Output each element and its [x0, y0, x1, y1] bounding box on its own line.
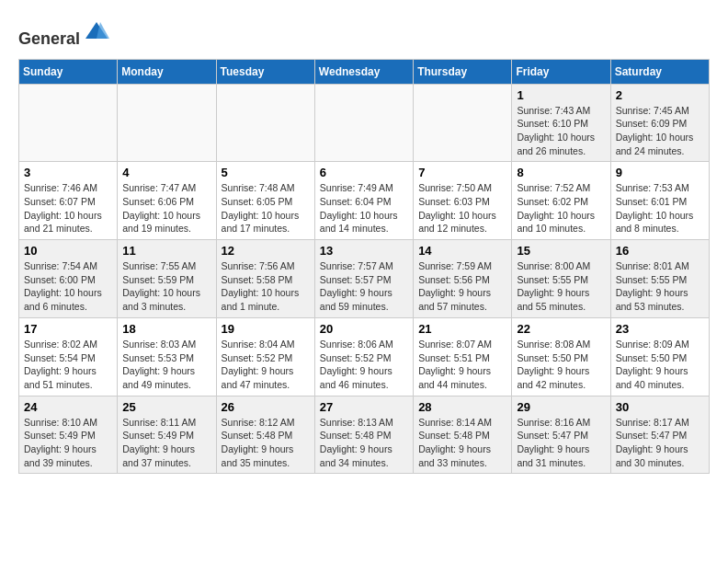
day-number: 17	[24, 322, 112, 336]
day-number: 30	[616, 400, 704, 414]
calendar-day-cell: 8Sunrise: 7:52 AM Sunset: 6:02 PM Daylig…	[512, 162, 610, 240]
calendar-day-cell: 15Sunrise: 8:00 AM Sunset: 5:55 PM Dayli…	[512, 240, 610, 318]
calendar-day-cell: 11Sunrise: 7:55 AM Sunset: 5:59 PM Dayli…	[118, 240, 216, 318]
day-info: Sunrise: 8:14 AM Sunset: 5:48 PM Dayligh…	[418, 416, 506, 470]
day-number: 8	[517, 166, 605, 179]
weekday-header-saturday: Saturday	[610, 59, 709, 84]
day-info: Sunrise: 8:17 AM Sunset: 5:47 PM Dayligh…	[616, 416, 704, 470]
day-info: Sunrise: 8:02 AM Sunset: 5:54 PM Dayligh…	[24, 338, 112, 392]
day-info: Sunrise: 7:52 AM Sunset: 6:02 PM Dayligh…	[517, 181, 605, 236]
logo-general: General	[18, 29, 80, 48]
day-info: Sunrise: 7:49 AM Sunset: 6:04 PM Dayligh…	[320, 181, 408, 236]
day-number: 10	[24, 244, 112, 258]
calendar-day-cell: 13Sunrise: 7:57 AM Sunset: 5:57 PM Dayli…	[314, 240, 413, 318]
logo: General	[18, 18, 109, 50]
calendar-week-row: 24Sunrise: 8:10 AM Sunset: 5:49 PM Dayli…	[19, 396, 710, 474]
calendar-day-cell	[19, 84, 118, 162]
day-number: 29	[517, 400, 605, 414]
day-number: 24	[24, 400, 112, 414]
day-info: Sunrise: 7:45 AM Sunset: 6:09 PM Dayligh…	[616, 104, 704, 158]
day-info: Sunrise: 8:01 AM Sunset: 5:55 PM Dayligh…	[616, 259, 704, 314]
page-header: General	[18, 18, 710, 50]
calendar-week-row: 3Sunrise: 7:46 AM Sunset: 6:07 PM Daylig…	[19, 162, 710, 240]
day-number: 2	[616, 88, 704, 102]
calendar-day-cell: 4Sunrise: 7:47 AM Sunset: 6:06 PM Daylig…	[118, 162, 216, 240]
day-info: Sunrise: 8:13 AM Sunset: 5:48 PM Dayligh…	[320, 416, 408, 470]
day-info: Sunrise: 7:55 AM Sunset: 5:59 PM Dayligh…	[122, 259, 210, 314]
day-number: 13	[320, 244, 408, 258]
day-info: Sunrise: 8:11 AM Sunset: 5:49 PM Dayligh…	[122, 416, 210, 470]
weekday-header-wednesday: Wednesday	[314, 59, 413, 84]
day-number: 11	[122, 244, 210, 258]
calendar-day-cell	[314, 84, 413, 162]
day-number: 9	[616, 166, 704, 179]
calendar-day-cell: 24Sunrise: 8:10 AM Sunset: 5:49 PM Dayli…	[19, 396, 118, 474]
calendar-day-cell: 14Sunrise: 7:59 AM Sunset: 5:56 PM Dayli…	[414, 240, 512, 318]
calendar-day-cell: 19Sunrise: 8:04 AM Sunset: 5:52 PM Dayli…	[216, 317, 314, 396]
day-number: 25	[122, 400, 210, 414]
day-number: 19	[222, 322, 310, 336]
calendar-day-cell: 27Sunrise: 8:13 AM Sunset: 5:48 PM Dayli…	[314, 396, 413, 474]
logo-icon	[84, 18, 109, 44]
day-info: Sunrise: 8:09 AM Sunset: 5:50 PM Dayligh…	[616, 338, 704, 392]
calendar-day-cell: 29Sunrise: 8:16 AM Sunset: 5:47 PM Dayli…	[512, 396, 610, 474]
calendar-day-cell: 9Sunrise: 7:53 AM Sunset: 6:01 PM Daylig…	[610, 162, 709, 240]
calendar-week-row: 1Sunrise: 7:43 AM Sunset: 6:10 PM Daylig…	[19, 84, 710, 162]
calendar-day-cell: 2Sunrise: 7:45 AM Sunset: 6:09 PM Daylig…	[610, 84, 709, 162]
calendar-day-cell	[414, 84, 512, 162]
weekday-header-friday: Friday	[512, 59, 610, 84]
calendar-day-cell: 3Sunrise: 7:46 AM Sunset: 6:07 PM Daylig…	[19, 162, 118, 240]
day-number: 20	[320, 322, 408, 336]
day-number: 18	[122, 322, 210, 336]
calendar-day-cell: 20Sunrise: 8:06 AM Sunset: 5:52 PM Dayli…	[314, 317, 413, 396]
calendar-day-cell: 5Sunrise: 7:48 AM Sunset: 6:05 PM Daylig…	[216, 162, 314, 240]
day-number: 6	[320, 166, 408, 179]
day-info: Sunrise: 7:54 AM Sunset: 6:00 PM Dayligh…	[24, 259, 112, 314]
calendar-day-cell: 18Sunrise: 8:03 AM Sunset: 5:53 PM Dayli…	[118, 317, 216, 396]
day-number: 21	[418, 322, 506, 336]
day-number: 7	[418, 166, 506, 179]
day-info: Sunrise: 7:53 AM Sunset: 6:01 PM Dayligh…	[616, 181, 704, 236]
day-info: Sunrise: 8:03 AM Sunset: 5:53 PM Dayligh…	[122, 338, 210, 392]
day-info: Sunrise: 8:16 AM Sunset: 5:47 PM Dayligh…	[517, 416, 605, 470]
day-number: 16	[616, 244, 704, 258]
weekday-header-thursday: Thursday	[414, 59, 512, 84]
svg-marker-1	[97, 22, 109, 39]
day-info: Sunrise: 7:46 AM Sunset: 6:07 PM Dayligh…	[24, 181, 112, 236]
day-info: Sunrise: 7:47 AM Sunset: 6:06 PM Dayligh…	[122, 181, 210, 236]
day-number: 28	[418, 400, 506, 414]
day-number: 26	[222, 400, 310, 414]
day-info: Sunrise: 7:48 AM Sunset: 6:05 PM Dayligh…	[222, 181, 310, 236]
calendar-day-cell: 17Sunrise: 8:02 AM Sunset: 5:54 PM Dayli…	[19, 317, 118, 396]
day-info: Sunrise: 7:43 AM Sunset: 6:10 PM Dayligh…	[517, 104, 605, 158]
calendar-day-cell: 21Sunrise: 8:07 AM Sunset: 5:51 PM Dayli…	[414, 317, 512, 396]
day-info: Sunrise: 8:12 AM Sunset: 5:48 PM Dayligh…	[222, 416, 310, 470]
day-number: 23	[616, 322, 704, 336]
day-number: 1	[517, 88, 605, 102]
calendar-week-row: 17Sunrise: 8:02 AM Sunset: 5:54 PM Dayli…	[19, 317, 710, 396]
day-number: 15	[517, 244, 605, 258]
day-info: Sunrise: 8:04 AM Sunset: 5:52 PM Dayligh…	[222, 338, 310, 392]
day-number: 12	[222, 244, 310, 258]
calendar-day-cell: 22Sunrise: 8:08 AM Sunset: 5:50 PM Dayli…	[512, 317, 610, 396]
calendar-day-cell	[216, 84, 314, 162]
calendar-day-cell	[118, 84, 216, 162]
weekday-header-monday: Monday	[118, 59, 216, 84]
day-info: Sunrise: 8:07 AM Sunset: 5:51 PM Dayligh…	[418, 338, 506, 392]
calendar-day-cell: 6Sunrise: 7:49 AM Sunset: 6:04 PM Daylig…	[314, 162, 413, 240]
calendar-table: SundayMondayTuesdayWednesdayThursdayFrid…	[18, 59, 710, 475]
day-info: Sunrise: 8:08 AM Sunset: 5:50 PM Dayligh…	[517, 338, 605, 392]
day-number: 27	[320, 400, 408, 414]
day-info: Sunrise: 7:57 AM Sunset: 5:57 PM Dayligh…	[320, 259, 408, 314]
calendar-day-cell: 28Sunrise: 8:14 AM Sunset: 5:48 PM Dayli…	[414, 396, 512, 474]
calendar-day-cell: 7Sunrise: 7:50 AM Sunset: 6:03 PM Daylig…	[414, 162, 512, 240]
calendar-header-row: SundayMondayTuesdayWednesdayThursdayFrid…	[19, 59, 710, 84]
calendar-day-cell: 10Sunrise: 7:54 AM Sunset: 6:00 PM Dayli…	[19, 240, 118, 318]
day-number: 22	[517, 322, 605, 336]
day-number: 4	[122, 166, 210, 179]
calendar-day-cell: 23Sunrise: 8:09 AM Sunset: 5:50 PM Dayli…	[610, 317, 709, 396]
calendar-day-cell: 16Sunrise: 8:01 AM Sunset: 5:55 PM Dayli…	[610, 240, 709, 318]
weekday-header-sunday: Sunday	[19, 59, 118, 84]
day-number: 5	[222, 166, 310, 179]
calendar-day-cell: 1Sunrise: 7:43 AM Sunset: 6:10 PM Daylig…	[512, 84, 610, 162]
